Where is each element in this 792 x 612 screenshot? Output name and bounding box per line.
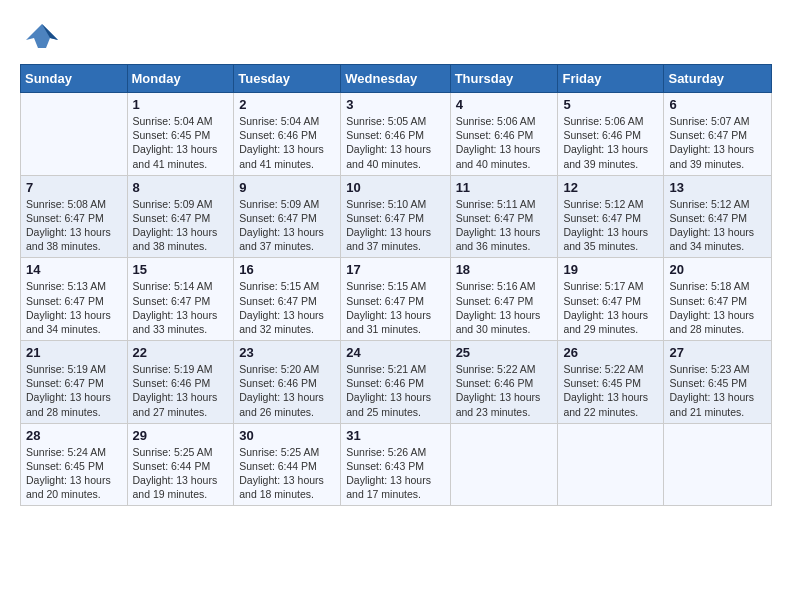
day-number: 2 — [239, 97, 335, 112]
day-info: Sunrise: 5:11 AM Sunset: 6:47 PM Dayligh… — [456, 197, 553, 254]
calendar-cell: 20Sunrise: 5:18 AM Sunset: 6:47 PM Dayli… — [664, 258, 772, 341]
logo-bird-icon — [24, 20, 60, 56]
day-number: 29 — [133, 428, 229, 443]
day-number: 4 — [456, 97, 553, 112]
day-info: Sunrise: 5:26 AM Sunset: 6:43 PM Dayligh… — [346, 445, 444, 502]
day-number: 30 — [239, 428, 335, 443]
day-info: Sunrise: 5:09 AM Sunset: 6:47 PM Dayligh… — [239, 197, 335, 254]
day-info: Sunrise: 5:21 AM Sunset: 6:46 PM Dayligh… — [346, 362, 444, 419]
calendar-week-row: 1Sunrise: 5:04 AM Sunset: 6:45 PM Daylig… — [21, 93, 772, 176]
calendar-cell: 23Sunrise: 5:20 AM Sunset: 6:46 PM Dayli… — [234, 341, 341, 424]
day-info: Sunrise: 5:16 AM Sunset: 6:47 PM Dayligh… — [456, 279, 553, 336]
day-number: 22 — [133, 345, 229, 360]
calendar-cell: 12Sunrise: 5:12 AM Sunset: 6:47 PM Dayli… — [558, 175, 664, 258]
calendar-cell: 5Sunrise: 5:06 AM Sunset: 6:46 PM Daylig… — [558, 93, 664, 176]
calendar-cell: 10Sunrise: 5:10 AM Sunset: 6:47 PM Dayli… — [341, 175, 450, 258]
day-number: 14 — [26, 262, 122, 277]
calendar-cell: 13Sunrise: 5:12 AM Sunset: 6:47 PM Dayli… — [664, 175, 772, 258]
calendar-cell: 25Sunrise: 5:22 AM Sunset: 6:46 PM Dayli… — [450, 341, 558, 424]
calendar-cell: 2Sunrise: 5:04 AM Sunset: 6:46 PM Daylig… — [234, 93, 341, 176]
day-number: 7 — [26, 180, 122, 195]
day-info: Sunrise: 5:22 AM Sunset: 6:45 PM Dayligh… — [563, 362, 658, 419]
day-info: Sunrise: 5:14 AM Sunset: 6:47 PM Dayligh… — [133, 279, 229, 336]
calendar-cell: 26Sunrise: 5:22 AM Sunset: 6:45 PM Dayli… — [558, 341, 664, 424]
calendar-cell: 7Sunrise: 5:08 AM Sunset: 6:47 PM Daylig… — [21, 175, 128, 258]
day-number: 23 — [239, 345, 335, 360]
page-header — [20, 20, 772, 56]
calendar-cell: 29Sunrise: 5:25 AM Sunset: 6:44 PM Dayli… — [127, 423, 234, 506]
day-number: 26 — [563, 345, 658, 360]
day-number: 24 — [346, 345, 444, 360]
calendar-cell: 3Sunrise: 5:05 AM Sunset: 6:46 PM Daylig… — [341, 93, 450, 176]
day-info: Sunrise: 5:12 AM Sunset: 6:47 PM Dayligh… — [563, 197, 658, 254]
day-info: Sunrise: 5:07 AM Sunset: 6:47 PM Dayligh… — [669, 114, 766, 171]
calendar-cell: 30Sunrise: 5:25 AM Sunset: 6:44 PM Dayli… — [234, 423, 341, 506]
day-info: Sunrise: 5:05 AM Sunset: 6:46 PM Dayligh… — [346, 114, 444, 171]
day-number: 28 — [26, 428, 122, 443]
day-info: Sunrise: 5:04 AM Sunset: 6:46 PM Dayligh… — [239, 114, 335, 171]
calendar-cell: 27Sunrise: 5:23 AM Sunset: 6:45 PM Dayli… — [664, 341, 772, 424]
header-sunday: Sunday — [21, 65, 128, 93]
calendar-week-row: 7Sunrise: 5:08 AM Sunset: 6:47 PM Daylig… — [21, 175, 772, 258]
day-number: 21 — [26, 345, 122, 360]
day-number: 15 — [133, 262, 229, 277]
calendar-cell: 16Sunrise: 5:15 AM Sunset: 6:47 PM Dayli… — [234, 258, 341, 341]
header-friday: Friday — [558, 65, 664, 93]
calendar-week-row: 28Sunrise: 5:24 AM Sunset: 6:45 PM Dayli… — [21, 423, 772, 506]
calendar-cell — [21, 93, 128, 176]
day-number: 12 — [563, 180, 658, 195]
day-info: Sunrise: 5:13 AM Sunset: 6:47 PM Dayligh… — [26, 279, 122, 336]
calendar-cell: 15Sunrise: 5:14 AM Sunset: 6:47 PM Dayli… — [127, 258, 234, 341]
calendar-cell — [558, 423, 664, 506]
day-info: Sunrise: 5:17 AM Sunset: 6:47 PM Dayligh… — [563, 279, 658, 336]
day-info: Sunrise: 5:09 AM Sunset: 6:47 PM Dayligh… — [133, 197, 229, 254]
day-number: 27 — [669, 345, 766, 360]
day-info: Sunrise: 5:23 AM Sunset: 6:45 PM Dayligh… — [669, 362, 766, 419]
calendar-cell: 14Sunrise: 5:13 AM Sunset: 6:47 PM Dayli… — [21, 258, 128, 341]
calendar-cell: 17Sunrise: 5:15 AM Sunset: 6:47 PM Dayli… — [341, 258, 450, 341]
day-info: Sunrise: 5:19 AM Sunset: 6:47 PM Dayligh… — [26, 362, 122, 419]
day-number: 8 — [133, 180, 229, 195]
calendar-header-row: SundayMondayTuesdayWednesdayThursdayFrid… — [21, 65, 772, 93]
calendar-cell — [450, 423, 558, 506]
day-info: Sunrise: 5:18 AM Sunset: 6:47 PM Dayligh… — [669, 279, 766, 336]
day-info: Sunrise: 5:24 AM Sunset: 6:45 PM Dayligh… — [26, 445, 122, 502]
calendar-cell: 19Sunrise: 5:17 AM Sunset: 6:47 PM Dayli… — [558, 258, 664, 341]
day-info: Sunrise: 5:12 AM Sunset: 6:47 PM Dayligh… — [669, 197, 766, 254]
day-number: 16 — [239, 262, 335, 277]
calendar-cell — [664, 423, 772, 506]
day-number: 9 — [239, 180, 335, 195]
day-number: 10 — [346, 180, 444, 195]
header-tuesday: Tuesday — [234, 65, 341, 93]
calendar-cell: 24Sunrise: 5:21 AM Sunset: 6:46 PM Dayli… — [341, 341, 450, 424]
logo — [20, 20, 60, 56]
day-number: 6 — [669, 97, 766, 112]
day-info: Sunrise: 5:15 AM Sunset: 6:47 PM Dayligh… — [239, 279, 335, 336]
day-info: Sunrise: 5:08 AM Sunset: 6:47 PM Dayligh… — [26, 197, 122, 254]
day-number: 18 — [456, 262, 553, 277]
day-number: 31 — [346, 428, 444, 443]
day-number: 11 — [456, 180, 553, 195]
calendar-cell: 21Sunrise: 5:19 AM Sunset: 6:47 PM Dayli… — [21, 341, 128, 424]
day-number: 20 — [669, 262, 766, 277]
day-info: Sunrise: 5:04 AM Sunset: 6:45 PM Dayligh… — [133, 114, 229, 171]
day-info: Sunrise: 5:06 AM Sunset: 6:46 PM Dayligh… — [456, 114, 553, 171]
calendar-cell: 11Sunrise: 5:11 AM Sunset: 6:47 PM Dayli… — [450, 175, 558, 258]
calendar-cell: 4Sunrise: 5:06 AM Sunset: 6:46 PM Daylig… — [450, 93, 558, 176]
calendar-table: SundayMondayTuesdayWednesdayThursdayFrid… — [20, 64, 772, 506]
header-wednesday: Wednesday — [341, 65, 450, 93]
day-number: 13 — [669, 180, 766, 195]
calendar-cell: 28Sunrise: 5:24 AM Sunset: 6:45 PM Dayli… — [21, 423, 128, 506]
day-info: Sunrise: 5:22 AM Sunset: 6:46 PM Dayligh… — [456, 362, 553, 419]
day-number: 19 — [563, 262, 658, 277]
calendar-week-row: 14Sunrise: 5:13 AM Sunset: 6:47 PM Dayli… — [21, 258, 772, 341]
day-info: Sunrise: 5:06 AM Sunset: 6:46 PM Dayligh… — [563, 114, 658, 171]
calendar-cell: 22Sunrise: 5:19 AM Sunset: 6:46 PM Dayli… — [127, 341, 234, 424]
calendar-cell: 6Sunrise: 5:07 AM Sunset: 6:47 PM Daylig… — [664, 93, 772, 176]
day-info: Sunrise: 5:25 AM Sunset: 6:44 PM Dayligh… — [239, 445, 335, 502]
day-info: Sunrise: 5:19 AM Sunset: 6:46 PM Dayligh… — [133, 362, 229, 419]
day-info: Sunrise: 5:25 AM Sunset: 6:44 PM Dayligh… — [133, 445, 229, 502]
day-number: 5 — [563, 97, 658, 112]
calendar-week-row: 21Sunrise: 5:19 AM Sunset: 6:47 PM Dayli… — [21, 341, 772, 424]
header-monday: Monday — [127, 65, 234, 93]
